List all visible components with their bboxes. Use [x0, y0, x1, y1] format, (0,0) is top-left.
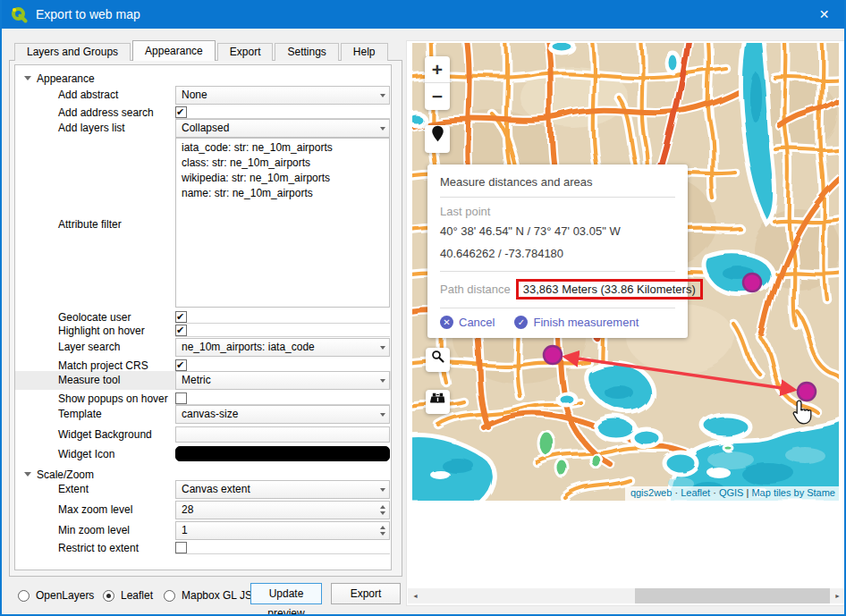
measure-popup-actions: ✕ Cancel ✓ Finish measurement [440, 316, 675, 329]
geolocate-user-checkbox[interactable] [175, 311, 187, 323]
measure-tool-select[interactable]: Metric [175, 371, 390, 390]
tree-row-attribute-filter: Attribute filter iata_code: str: ne_10m_… [15, 138, 391, 308]
stamen-tiles-link[interactable]: Map tiles by Stame [751, 487, 835, 498]
tree-group-appearance[interactable]: Appearance [15, 71, 391, 87]
widget-background-color-swatch[interactable] [175, 426, 390, 443]
match-project-crs-checkbox[interactable] [175, 359, 187, 371]
extent-select[interactable]: Canvas extent [175, 480, 390, 499]
layer-search-select[interactable]: ne_10m_airports: iata_code [175, 338, 390, 357]
tree-row-add-abstract: Add abstract None [15, 86, 391, 105]
leaflet-link[interactable]: Leaflet [681, 487, 710, 498]
chevron-down-icon [380, 413, 385, 417]
spin-down-icon[interactable] [380, 532, 385, 536]
search-button[interactable] [426, 348, 450, 372]
minus-icon: − [432, 86, 443, 106]
map-pin-icon [431, 125, 444, 142]
tree-row-match-project-crs: Match project CRS [15, 359, 391, 372]
tab-settings[interactable]: Settings [275, 43, 338, 61]
widget-icon-color-swatch[interactable] [175, 446, 390, 461]
tab-help[interactable]: Help [341, 43, 388, 61]
cancel-link[interactable]: ✕ Cancel [440, 316, 495, 329]
qgis-link[interactable]: QGIS [719, 487, 744, 498]
radio-leaflet[interactable]: Leaflet [103, 587, 153, 603]
web-map-preview-panel: + − [406, 40, 846, 606]
chevron-down-icon [380, 488, 385, 492]
horizontal-scrollbar[interactable]: ◄ ► [408, 588, 845, 603]
zoom-control: + − [425, 56, 450, 110]
add-address-search-checkbox[interactable] [175, 106, 187, 118]
tree-row-layer-search: Layer search ne_10m_airports: iata_code [15, 338, 391, 357]
zoom-out-button[interactable]: − [425, 83, 450, 110]
tree-row-max-zoom-level: Max zoom level 28 [15, 500, 391, 519]
airport-marker[interactable] [743, 274, 761, 291]
scroll-left-arrow[interactable]: ◄ [408, 588, 423, 603]
tree-row-extent: Extent Canvas extent [15, 479, 391, 499]
tree-row-highlight-on-hover: Highlight on hover [15, 325, 391, 337]
last-point-dms: 40° 38' 46.54" N / 73° 47' 03.05" W [440, 223, 675, 240]
qgis2web-link[interactable]: qgis2web [630, 487, 672, 498]
export-button[interactable]: Export [331, 583, 401, 604]
radio-circle-icon [103, 590, 114, 602]
collapse-triangle-icon[interactable] [24, 76, 31, 80]
tree-row-show-popups-on-hover: Show popups on hover [15, 392, 391, 405]
attribute-filter-item[interactable]: class: str: ne_10m_airports [182, 156, 384, 171]
airport-marker[interactable] [544, 346, 562, 364]
last-point-decimal: 40.646262 / -73.784180 [440, 245, 675, 263]
tree-row-widget-background: Widget Background [15, 426, 391, 444]
search-icon [431, 350, 444, 363]
template-select[interactable]: canvas-size [175, 405, 390, 424]
chevron-down-icon [380, 346, 385, 350]
chevron-down-icon [380, 379, 385, 383]
radio-circle-icon [164, 590, 175, 602]
map-attribution: qgis2web · Leaflet · QGIS | Map tiles by… [625, 486, 839, 501]
locate-layer-button[interactable] [426, 390, 450, 414]
spin-up-icon[interactable] [380, 505, 385, 509]
attribute-filter-item[interactable]: name: str: ne_10m_airports [182, 186, 384, 201]
add-layers-list-select[interactable]: Collapsed [175, 119, 390, 138]
measure-popup-title: Measure distances and areas [440, 175, 675, 189]
export-to-web-map-dialog: Export to web map ✕ Layers and Groups Ap… [0, 0, 846, 616]
chevron-down-icon [380, 94, 385, 97]
tree-row-geolocate-user: Geolocate user [15, 311, 391, 324]
finish-measurement-link[interactable]: ✓ Finish measurement [514, 316, 639, 329]
airport-marker[interactable] [798, 383, 816, 401]
close-button[interactable]: ✕ [804, 0, 844, 29]
close-icon: ✕ [819, 7, 830, 21]
attribute-filter-list[interactable]: iata_code: str: ne_10m_airports class: s… [175, 138, 390, 308]
path-distance-label: Path distance [440, 283, 511, 296]
zoom-in-button[interactable]: + [425, 56, 450, 83]
radio-openlayers[interactable]: OpenLayers [18, 587, 94, 603]
tab-export[interactable]: Export [217, 43, 274, 61]
tab-appearance[interactable]: Appearance [132, 40, 216, 61]
window-titlebar: Export to web map ✕ [2, 0, 844, 29]
chevron-down-icon [380, 127, 385, 131]
measure-tool-button[interactable] [425, 125, 450, 153]
hand-cursor-icon [791, 399, 813, 426]
update-preview-button[interactable]: Update preview [250, 583, 322, 604]
appearance-settings-tree: Appearance Add abstract None Add address… [14, 64, 392, 570]
highlight-on-hover-checkbox[interactable] [175, 325, 187, 336]
attribute-filter-item[interactable]: iata_code: str: ne_10m_airports [182, 140, 384, 156]
show-popups-on-hover-checkbox[interactable] [175, 392, 187, 404]
qgis-logo-icon [10, 5, 28, 23]
leaflet-map-preview[interactable]: + − [412, 43, 839, 501]
scroll-right-arrow[interactable]: ► [830, 588, 845, 603]
path-distance-value-annotated: 33,863 Meters (33.86 Kilometers) [516, 279, 703, 300]
tree-row-add-layers-list: Add layers list Collapsed [15, 119, 391, 138]
tree-row-measure-tool: Measure tool Metric [15, 371, 391, 390]
tree-row-min-zoom-level: Min zoom level 1 [15, 520, 391, 540]
scrollbar-thumb[interactable] [635, 588, 831, 603]
radio-mapbox-gl-js[interactable]: Mapbox GL JS [164, 587, 252, 603]
tree-row-restrict-to-extent: Restrict to extent [15, 542, 391, 554]
radio-circle-icon [18, 590, 30, 602]
restrict-to-extent-checkbox[interactable] [175, 542, 187, 553]
collapse-triangle-icon[interactable] [24, 472, 31, 477]
spin-up-icon[interactable] [380, 526, 385, 529]
window-title: Export to web map [36, 7, 140, 21]
add-abstract-select[interactable]: None [175, 86, 390, 105]
min-zoom-level-spinbox[interactable]: 1 [175, 521, 390, 540]
spin-down-icon[interactable] [380, 511, 385, 515]
attribute-filter-item[interactable]: wikipedia: str: ne_10m_airports [182, 171, 384, 186]
tab-layers-and-groups[interactable]: Layers and Groups [14, 43, 131, 61]
max-zoom-level-spinbox[interactable]: 28 [175, 501, 390, 519]
